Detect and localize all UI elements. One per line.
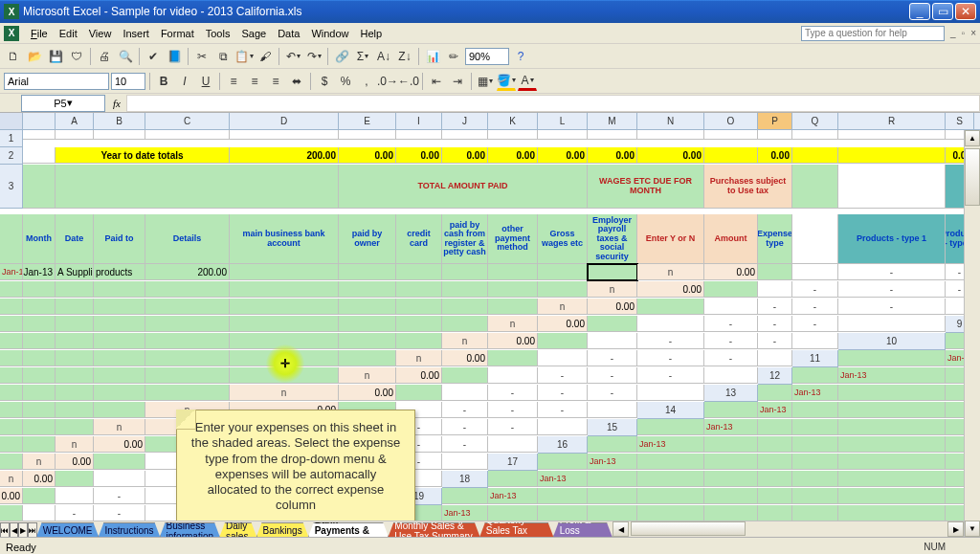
tab-next-button[interactable]: ▶ (18, 522, 27, 538)
minimize-button[interactable]: _ (909, 3, 930, 20)
col-header-I[interactable]: I (396, 113, 442, 130)
font-size-select[interactable]: 10 (111, 73, 145, 90)
scroll-down-button[interactable]: ▼ (965, 521, 980, 537)
cut-button[interactable]: ✂ (192, 47, 212, 66)
col-header-L[interactable]: L (538, 113, 588, 130)
tab-instructions[interactable]: Instructions (98, 522, 160, 538)
tab-bankings[interactable]: Bankings (256, 522, 309, 538)
col-header-S[interactable]: S (946, 113, 974, 130)
fill-color-button[interactable]: 🪣 (497, 72, 516, 91)
italic-button[interactable]: I (175, 72, 194, 91)
fx-icon[interactable]: fx (107, 98, 126, 109)
merge-center-button[interactable]: ⬌ (287, 72, 306, 91)
align-right-button[interactable]: ≡ (266, 72, 285, 91)
save-button[interactable]: 💾 (46, 47, 65, 66)
doc-minimize-button[interactable]: _ (950, 28, 956, 38)
close-button[interactable]: ✕ (955, 3, 976, 20)
tab-profit-loss[interactable]: Profit & Loss accoun (553, 522, 612, 538)
scroll-right-button[interactable]: ▶ (947, 521, 964, 537)
menu-view[interactable]: View (83, 28, 118, 39)
increase-indent-button[interactable]: ⇥ (448, 72, 467, 91)
drawing-button[interactable]: ✏ (444, 47, 463, 66)
col-header-N[interactable]: N (637, 113, 704, 130)
col-header-M[interactable]: M (588, 113, 637, 130)
col-header-P[interactable]: P (758, 113, 792, 130)
menu-format[interactable]: Format (155, 28, 200, 39)
chart-wizard-button[interactable]: 📊 (423, 47, 442, 66)
tab-bank-payments[interactable]: Bank Payments & Expenses (308, 522, 390, 538)
redo-button[interactable]: ↷ (304, 47, 323, 66)
print-button[interactable]: 🖨 (95, 47, 114, 66)
col-header-Q[interactable]: Q (792, 113, 838, 130)
decrease-indent-button[interactable]: ⇤ (427, 72, 446, 91)
menu-help[interactable]: Help (355, 28, 389, 39)
menu-data[interactable]: Data (272, 28, 305, 39)
borders-button[interactable]: ▦ (476, 72, 495, 91)
help-search-input[interactable] (801, 26, 945, 41)
col-header-A[interactable]: A (56, 113, 94, 130)
note-text: Enter your expenses on this sheet in the… (191, 420, 400, 512)
undo-button[interactable]: ↶ (283, 47, 302, 66)
format-painter-button[interactable]: 🖌 (256, 47, 275, 66)
col-header-T[interactable]: T (974, 113, 980, 130)
doc-close-button[interactable]: × (970, 28, 976, 38)
zoom-select[interactable]: 90% (465, 48, 509, 65)
menu-file[interactable]: File (25, 28, 54, 39)
increase-decimal-button[interactable]: .0→ (378, 72, 397, 91)
name-box[interactable]: P5 ▾ (21, 95, 105, 112)
tab-welcome[interactable]: WELCOME (36, 522, 100, 538)
vscroll-thumb[interactable] (965, 148, 980, 206)
menu-sage[interactable]: Sage (235, 28, 272, 39)
help-button[interactable]: ? (511, 47, 530, 66)
hyperlink-button[interactable]: 🔗 (332, 47, 351, 66)
research-button[interactable]: 📘 (165, 47, 184, 66)
tab-quarterly-sales-tax[interactable]: Quarterly Sales Tax returns (479, 522, 554, 538)
col-header-O[interactable]: O (704, 113, 758, 130)
bold-button[interactable]: B (154, 72, 173, 91)
font-select[interactable]: Arial (4, 73, 109, 90)
currency-button[interactable]: $ (315, 72, 334, 91)
percent-button[interactable]: % (336, 72, 355, 91)
col-header-B[interactable]: B (94, 113, 145, 130)
menu-tools[interactable]: Tools (200, 28, 236, 39)
formula-input[interactable] (126, 95, 980, 112)
maximize-button[interactable]: ▭ (932, 3, 953, 20)
decrease-decimal-button[interactable]: ←.0 (399, 72, 418, 91)
col-header-R[interactable]: R (838, 113, 946, 130)
col-header-E[interactable]: E (339, 113, 396, 130)
col-header-J[interactable]: J (442, 113, 488, 130)
vertical-scrollbar[interactable]: ▲ ▼ (964, 130, 980, 537)
sort-desc-button[interactable]: Z↓ (395, 47, 414, 66)
paste-button[interactable]: 📋 (234, 47, 254, 66)
doc-restore-button[interactable]: ▫ (962, 28, 966, 38)
tab-last-button[interactable]: ⏭ (28, 522, 37, 538)
menu-insert[interactable]: Insert (117, 28, 155, 39)
menu-window[interactable]: Window (305, 28, 354, 39)
open-button[interactable]: 📂 (25, 47, 44, 66)
copy-button[interactable]: ⧉ (213, 47, 233, 66)
align-left-button[interactable]: ≡ (224, 72, 243, 91)
hscroll-thumb[interactable] (631, 521, 746, 536)
sort-asc-button[interactable]: A↓ (374, 47, 393, 66)
comma-button[interactable]: , (357, 72, 376, 91)
col-header-K[interactable]: K (488, 113, 538, 130)
permission-button[interactable]: 🛡 (67, 47, 86, 66)
col-header-D[interactable]: D (230, 113, 339, 130)
scroll-left-button[interactable]: ◀ (612, 521, 629, 537)
font-color-button[interactable]: A (518, 72, 537, 91)
align-center-button[interactable]: ≡ (245, 72, 264, 91)
print-preview-button[interactable]: 🔍 (116, 47, 135, 66)
col-header-C[interactable]: C (145, 113, 230, 130)
underline-button[interactable]: U (196, 72, 215, 91)
scroll-up-button[interactable]: ▲ (965, 130, 980, 146)
spelling-button[interactable]: ✔ (144, 47, 163, 66)
worksheet[interactable]: ABCDEIJKLMNOPQRSTUVWX12Year to date tota… (0, 113, 980, 554)
tab-monthly-sales-tax[interactable]: Monthly Sales & Use Tax Summary (388, 522, 480, 538)
new-button[interactable]: 🗋 (4, 47, 23, 66)
tab-prev-button[interactable]: ◀ (10, 522, 18, 538)
autosum-button[interactable]: Σ (353, 47, 372, 66)
tab-business-info[interactable]: Business information (160, 522, 220, 538)
tab-daily-sales[interactable]: Daily sales (219, 522, 257, 538)
menu-edit[interactable]: Edit (54, 28, 83, 39)
tab-first-button[interactable]: ⏮ (0, 522, 10, 538)
